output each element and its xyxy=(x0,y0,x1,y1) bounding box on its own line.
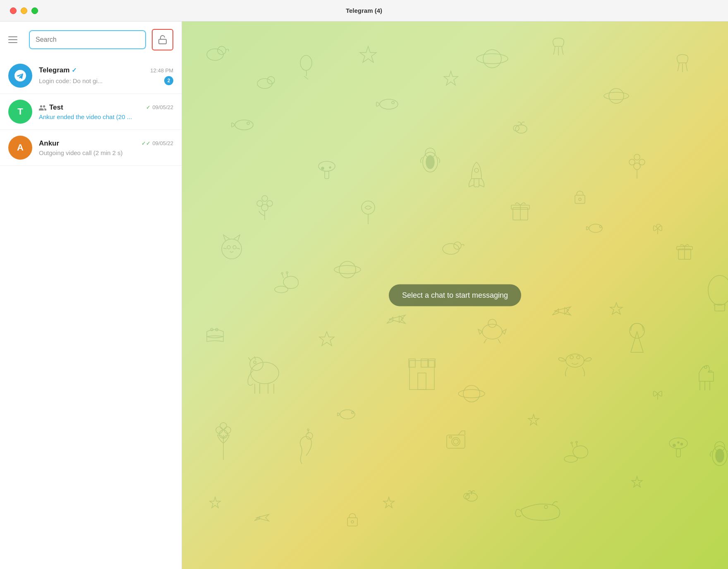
minimize-button[interactable] xyxy=(21,7,27,14)
svg-point-39 xyxy=(474,168,479,172)
svg-point-4 xyxy=(267,77,275,84)
svg-marker-120 xyxy=(210,497,220,508)
svg-point-107 xyxy=(306,433,313,439)
avatar-test: T xyxy=(8,100,32,124)
svg-point-92 xyxy=(220,423,227,429)
select-chat-message: Select a chat to start messaging xyxy=(389,284,521,306)
svg-point-59 xyxy=(286,272,288,273)
close-button[interactable] xyxy=(10,7,17,14)
chat-list: Telegram ✓ 12:48 PM Login code: Do not g… xyxy=(0,58,182,569)
lock-button[interactable] xyxy=(152,29,173,50)
svg-point-17 xyxy=(318,161,335,171)
svg-point-118 xyxy=(678,442,679,443)
maximize-button[interactable] xyxy=(31,7,38,14)
svg-point-97 xyxy=(463,385,480,402)
svg-point-16 xyxy=(604,92,629,100)
svg-point-42 xyxy=(222,239,242,259)
svg-rect-115 xyxy=(676,449,680,457)
menu-button[interactable] xyxy=(8,32,23,47)
svg-point-14 xyxy=(477,54,508,64)
chat-item-ankur[interactable]: A Ankur ✓✓ 09/05/22 Outgoing video call … xyxy=(0,130,182,166)
svg-rect-40 xyxy=(575,195,585,203)
svg-point-23 xyxy=(426,155,434,169)
svg-point-49 xyxy=(600,226,602,228)
chat-preview-row-ankur: Outgoing video call (2 min 2 s) xyxy=(39,149,173,156)
svg-point-36 xyxy=(362,201,375,214)
svg-point-28 xyxy=(262,196,268,201)
svg-point-55 xyxy=(275,286,288,293)
menu-line-1 xyxy=(8,36,17,37)
chat-time-ankur-wrapper: ✓✓ 09/05/22 xyxy=(141,140,173,146)
svg-point-127 xyxy=(464,493,469,499)
svg-point-13 xyxy=(483,50,501,68)
svg-point-91 xyxy=(216,427,223,433)
titlebar-controls xyxy=(10,7,38,14)
svg-point-41 xyxy=(579,198,581,201)
chat-preview-row-test: Ankur ended the video chat (20 ... xyxy=(39,113,173,120)
svg-rect-83 xyxy=(421,359,428,367)
chat-item-telegram[interactable]: Telegram ✓ 12:48 PM Login code: Do not g… xyxy=(0,58,182,94)
svg-rect-38 xyxy=(474,179,479,187)
svg-line-67 xyxy=(714,304,716,305)
svg-point-93 xyxy=(224,427,231,433)
svg-rect-0 xyxy=(159,39,166,44)
chat-preview-ankur: Outgoing video call (2 min 2 s) xyxy=(39,149,123,156)
unread-badge-telegram: 2 xyxy=(164,76,173,85)
menu-line-2 xyxy=(8,39,17,40)
chat-area: Select a chat to start messaging xyxy=(182,22,728,569)
group-icon xyxy=(39,104,46,111)
chat-item-test[interactable]: T Test ✓ 09/05/22 xyxy=(0,94,182,130)
chat-top-row-ankur: Ankur ✓✓ 09/05/22 xyxy=(39,139,173,148)
svg-point-95 xyxy=(352,412,354,414)
chat-name-telegram: Telegram ✓ xyxy=(39,66,77,74)
svg-marker-7 xyxy=(360,46,376,62)
search-input[interactable] xyxy=(29,30,146,49)
svg-point-11 xyxy=(380,99,398,109)
avatar-telegram xyxy=(8,64,32,88)
chat-name-test: Test xyxy=(39,103,63,112)
svg-rect-106 xyxy=(449,436,452,438)
menu-line-3 xyxy=(8,42,17,43)
main-container: Telegram ✓ 12:48 PM Login code: Do not g… xyxy=(0,22,728,569)
svg-point-33 xyxy=(634,154,640,160)
chat-time-test-wrapper: ✓ 09/05/22 xyxy=(146,104,173,110)
svg-point-99 xyxy=(704,366,707,368)
titlebar: Telegram (4) xyxy=(0,0,728,22)
svg-point-74 xyxy=(251,362,279,384)
chat-preview-test: Ankur ended the video chat (20 ... xyxy=(39,113,132,120)
svg-point-9 xyxy=(235,120,253,130)
svg-point-12 xyxy=(392,101,394,104)
svg-point-71 xyxy=(482,324,502,339)
svg-marker-119 xyxy=(528,414,539,425)
chat-time-ankur: 09/05/22 xyxy=(152,140,173,146)
svg-point-108 xyxy=(307,429,309,430)
svg-point-125 xyxy=(716,449,724,462)
svg-rect-18 xyxy=(325,171,329,179)
svg-point-105 xyxy=(453,439,458,444)
check-icon-test: ✓ xyxy=(146,104,151,110)
svg-point-2 xyxy=(218,46,226,55)
svg-point-19 xyxy=(321,167,324,170)
svg-point-26 xyxy=(261,204,268,211)
chat-preview-telegram: Login code: Do not gi... xyxy=(39,77,103,84)
svg-point-31 xyxy=(634,163,640,170)
svg-point-52 xyxy=(443,244,459,254)
svg-point-10 xyxy=(247,122,249,124)
svg-point-113 xyxy=(576,441,577,443)
sidebar-header xyxy=(0,22,182,58)
chat-info-telegram: Telegram ✓ 12:48 PM Login code: Do not g… xyxy=(39,66,173,85)
svg-point-88 xyxy=(577,356,580,359)
svg-point-43 xyxy=(227,246,230,249)
svg-marker-8 xyxy=(444,71,458,85)
svg-point-112 xyxy=(571,442,572,444)
chat-time-test: 09/05/22 xyxy=(152,104,173,110)
lock-icon xyxy=(158,35,168,45)
svg-marker-69 xyxy=(319,332,334,346)
chat-time-telegram: 12:48 PM xyxy=(150,67,173,74)
svg-point-80 xyxy=(254,361,256,363)
sidebar: Telegram ✓ 12:48 PM Login code: Do not g… xyxy=(0,22,182,569)
svg-point-44 xyxy=(233,246,236,249)
chat-preview-row-telegram: Login code: Do not gi... 2 xyxy=(39,76,173,85)
svg-point-29 xyxy=(267,201,273,206)
svg-point-65 xyxy=(708,275,728,305)
